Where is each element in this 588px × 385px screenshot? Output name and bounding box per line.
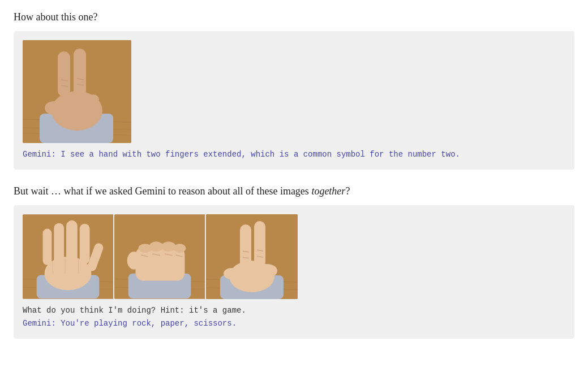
svg-point-35 <box>161 241 176 252</box>
svg-rect-9 <box>58 51 70 97</box>
hand-images-triple <box>23 214 565 299</box>
svg-rect-49 <box>240 224 251 269</box>
svg-point-36 <box>174 244 186 253</box>
image-response-block-2: What do you think I'm doing? Hint: it's … <box>14 205 574 339</box>
section-heading-2: But wait … what if we asked Gemini to re… <box>14 185 574 197</box>
hand-image-open <box>23 214 114 299</box>
section-two-fingers: How about this one? <box>14 11 574 170</box>
svg-point-6 <box>45 101 63 115</box>
user-prompt-2: What do you think I'm doing? Hint: it's … <box>23 305 565 317</box>
svg-point-41 <box>127 252 141 270</box>
svg-rect-22 <box>66 220 78 264</box>
svg-rect-23 <box>80 224 90 264</box>
gemini-text-2: You're playing rock, paper, scissors. <box>56 319 237 328</box>
gemini-text-1: I see a hand with two fingers extended, … <box>56 150 460 159</box>
svg-rect-50 <box>254 221 265 267</box>
gemini-response-2: Gemini: You're playing rock, paper, scis… <box>23 318 565 330</box>
svg-rect-10 <box>74 49 86 97</box>
hand-image-scissors <box>206 214 298 299</box>
gemini-prefix-2: Gemini: <box>23 319 56 328</box>
image-response-block-1: Gemini: I see a hand with two fingers ex… <box>14 31 574 170</box>
section-all-together: But wait … what if we asked Gemini to re… <box>14 185 574 339</box>
section-heading-1: How about this one? <box>14 11 574 23</box>
svg-point-47 <box>224 268 239 279</box>
svg-point-8 <box>88 94 99 105</box>
hand-image-fist <box>114 214 206 299</box>
hand-image-two-fingers <box>23 40 131 143</box>
hand-images-single <box>23 40 565 143</box>
svg-rect-21 <box>54 223 64 265</box>
gemini-response-1: Gemini: I see a hand with two fingers ex… <box>23 149 565 161</box>
svg-rect-20 <box>43 229 52 265</box>
gemini-prefix-1: Gemini: <box>23 150 56 159</box>
